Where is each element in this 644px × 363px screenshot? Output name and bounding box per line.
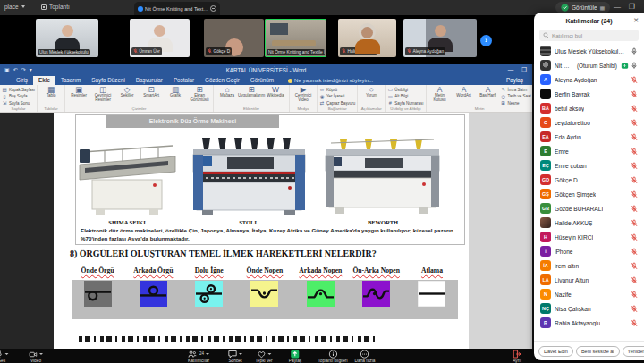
word-minimize-icon[interactable]: — <box>508 66 514 73</box>
participant-avatar: R <box>540 317 551 328</box>
ribbon-tab-postalar[interactable]: Postalar <box>168 76 199 86</box>
panel-beni-sessize-al-button[interactable]: Beni sessize al <box>576 346 620 357</box>
video-thumbnail[interactable]: Ulus Meslek Yüksekokulu <box>36 19 98 57</box>
participant-row[interactable]: LALivanur Altun <box>534 273 644 287</box>
chevron-up-icon[interactable] <box>239 353 242 355</box>
ribbon-tab-sayfa-düzeni[interactable]: Sayfa Düzeni <box>86 76 130 86</box>
ribbon-tab-ekle[interactable]: Ekle <box>33 76 55 86</box>
ribbon-tab-gözden-geçir[interactable]: Gözden Geçir <box>199 76 245 86</box>
stitch-column: Önde Örgü <box>72 266 123 307</box>
ribbon-tab-tasarım[interactable]: Tasarım <box>55 76 86 86</box>
participant-row[interactable]: İAirem altın <box>534 258 644 273</box>
video-thumbnail[interactable]: Halide AKKUŞ <box>338 19 396 57</box>
tell-me-box[interactable]: Ne yapmak istediğinizi söyleyin... <box>288 78 373 85</box>
participant-row[interactable]: EAEda Aydın <box>534 130 644 144</box>
chevron-up-icon[interactable] <box>206 353 209 355</box>
participant-row[interactable]: Ulus Meslek Yüksekokulu (Ben) <box>534 44 644 58</box>
toolbar-daha-fazla[interactable]: Daha fazla <box>355 350 376 363</box>
ribbon-button[interactable]: ▦Tablo <box>39 86 63 98</box>
next-videos-button[interactable]: › <box>480 35 492 46</box>
word-restore-icon[interactable]: ❐ <box>521 66 527 73</box>
ribbon-button[interactable]: ▤Kapak Sayfası <box>2 87 35 92</box>
workspace-menu[interactable]: place <box>4 4 25 10</box>
ribbon-button[interactable]: ◫Çevrimiçi Resimler <box>91 86 114 103</box>
ribbon-button[interactable]: ▯Boş Sayfa <box>2 94 35 99</box>
maximize-icon[interactable]: ❐ <box>629 4 635 11</box>
ribbon-button[interactable]: ⊞Uygulamalarım <box>240 86 263 98</box>
participant-row[interactable]: NNazife <box>534 287 644 301</box>
ribbon-button[interactable]: ▶Çevrimiçi Video <box>292 86 315 103</box>
undo-icon[interactable]: ↶ <box>13 66 18 72</box>
ribbon-button[interactable]: ◷Tarih ve Saat <box>501 94 531 99</box>
ribbon-button[interactable]: ▭Alt Bilgi <box>387 94 423 99</box>
toolbar-paylaş[interactable]: Paylaş <box>289 350 301 363</box>
video-thumbnail[interactable]: Aleyna Aydoğan <box>403 19 477 57</box>
section-banner: Elektronik Düz Örme Makinesi <box>106 115 279 128</box>
participant-row[interactable]: Cceydatorettoo <box>534 115 644 130</box>
participant-row[interactable]: GBGözde BUHARALI <box>534 201 644 215</box>
toolbar-video[interactable]: Video <box>29 350 43 363</box>
ribbon-button[interactable]: ◇Şekiller <box>115 86 139 98</box>
ribbon-button[interactable]: ⊡SmartArt <box>140 86 163 98</box>
video-thumbnail[interactable]: Gökçe D <box>204 19 264 57</box>
participant-row[interactable]: AAleyna Aydoğan <box>534 72 644 87</box>
meeting-tab-title: Nit Örme Knitting and Textile Ind <box>145 6 208 12</box>
panel-davet-edin-button[interactable]: Davet Edin <box>538 346 573 357</box>
ribbon-button[interactable]: ○Yorum <box>360 86 383 98</box>
chevron-up-icon[interactable] <box>267 353 271 355</box>
ribbon-button[interactable]: AWordArt <box>453 86 476 98</box>
ribbon-button[interactable]: ◉Yer İşareti <box>319 94 355 99</box>
participant-row[interactable]: BAbetul aksoy <box>534 101 644 115</box>
qat-chevron-icon[interactable]: ▾ <box>30 66 32 72</box>
ribbon-button[interactable]: ⊞Ekran Görüntüsü <box>188 86 211 103</box>
ribbon-tab-görünüm[interactable]: Görünüm <box>245 76 279 86</box>
panel-yeniden-oturum-s-button[interactable]: Yeniden oturum s <box>623 346 644 357</box>
participant-row[interactable]: iiPhone <box>534 244 644 258</box>
save-icon[interactable]: ▣ <box>4 66 10 72</box>
document-page[interactable]: Elektronik Düz Örme Makinesi <box>54 113 469 349</box>
ribbon-button[interactable]: ▭Üstbilgi <box>387 87 423 92</box>
ribbon-group-name: Açıklamalar <box>360 106 383 113</box>
toolbar-sohbet[interactable]: Sohbet <box>228 350 242 363</box>
video-thumbnail[interactable]: Ümran Üer <box>130 19 190 57</box>
participant-row[interactable]: GŞGökçen Şimşek <box>534 187 644 201</box>
toolbar-toplantı-bilgileri[interactable]: Toplantı bilgileri <box>318 350 347 363</box>
ribbon-button[interactable]: AMetin Kutusu <box>428 86 452 103</box>
chevron-up-icon[interactable] <box>39 353 43 355</box>
ribbon-button[interactable]: ABaş Harfi <box>477 86 500 98</box>
participant-row[interactable]: HHüseyin KIRCI <box>534 230 644 244</box>
participant-row[interactable]: EEmre <box>534 144 644 158</box>
minimize-icon[interactable]: — <box>614 4 621 11</box>
ribbon-button[interactable]: ✎İmza Satırı <box>501 87 531 92</box>
active-meeting-tab[interactable]: Nit Örme Knitting and Textile Ind <box>134 2 220 15</box>
toolbar-ayrıl[interactable]: Ayrıl <box>513 350 521 363</box>
redo-icon[interactable]: ↷ <box>21 66 26 72</box>
machine-image-beworth <box>313 131 452 218</box>
meetings-tab[interactable]: Toplantı <box>41 4 70 10</box>
participant-search-input[interactable]: Katılımcı bul <box>539 30 639 41</box>
participant-row[interactable]: Berfin Bayrak <box>534 87 644 101</box>
toolbar-katılımcılar[interactable]: 24Katılımcılar <box>188 350 209 363</box>
ribbon-button[interactable]: ▣Resimler <box>67 86 90 98</box>
video-thumbnail[interactable]: Nit Örme Knitting and Textile I <box>265 19 326 57</box>
ribbon-button[interactable]: ▥Grafik <box>164 86 187 98</box>
quick-access-toolbar[interactable]: ▣ ↶ ↷ ▾ <box>4 66 32 72</box>
participant-row[interactable]: NÇNisa Çalışkan <box>534 301 644 316</box>
ribbon-button[interactable]: ∞Köprü <box>319 87 355 92</box>
chevron-up-icon[interactable] <box>5 353 9 355</box>
tab-mute-icon[interactable] <box>210 5 216 12</box>
participant-row[interactable]: EÇEmre çoban <box>534 158 644 173</box>
ribbon-button[interactable]: WWikipedia <box>264 86 287 98</box>
close-icon[interactable]: ✕ <box>633 17 639 23</box>
participant-name: Nisa Çalışkan <box>555 306 591 312</box>
ribbon-button[interactable]: ⌂Mağaza <box>216 86 239 98</box>
participant-row[interactable]: Nit Örme Knitt...(Oturum Sahibi) <box>534 58 644 72</box>
participant-row[interactable]: RRabia Aktayaoglu <box>534 316 644 330</box>
participant-row[interactable]: GDGökçe D <box>534 173 644 187</box>
toolbar-ses[interactable]: Ses <box>0 350 9 363</box>
word-share-button[interactable]: Paylaş <box>506 77 523 85</box>
ribbon-tab-başvurular[interactable]: Başvurular <box>131 76 168 86</box>
participant-row[interactable]: Halide AKKUŞ <box>534 215 644 230</box>
toolbar-tepki-ver[interactable]: Tepki ver <box>255 350 272 363</box>
ribbon-tab-giriş[interactable]: Giriş <box>11 76 33 86</box>
